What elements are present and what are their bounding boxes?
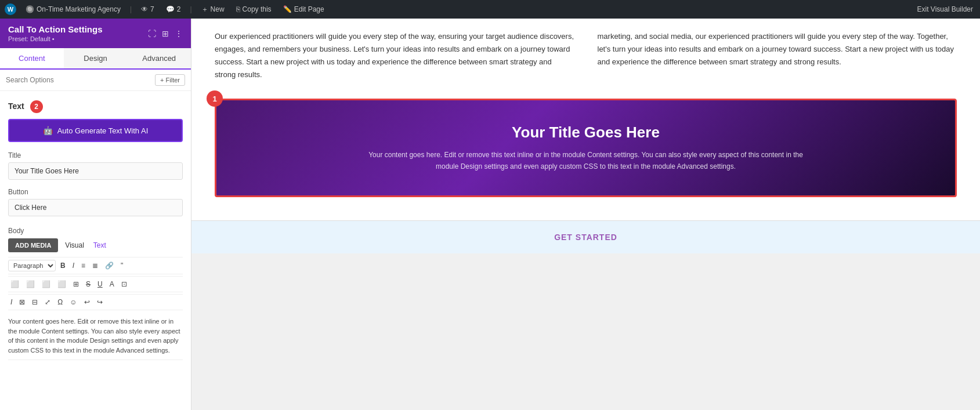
paragraph-select[interactable]: Paragraph	[8, 260, 56, 271]
tab-advanced[interactable]: Advanced	[127, 48, 191, 68]
undo-btn[interactable]: ↩	[82, 297, 92, 307]
strikethrough-btn[interactable]: S	[84, 279, 93, 289]
editor-toolbar-2: ⬜ ⬜ ⬜ ⬜ ⊞ S U A ⊡	[8, 276, 183, 292]
agency-link[interactable]: 🔘 On-Time Marketing Agency	[23, 5, 123, 13]
underline-btn[interactable]: U	[95, 279, 105, 289]
special-char-btn[interactable]: Ω	[55, 297, 65, 307]
title-input[interactable]	[8, 162, 183, 180]
indent-btn[interactable]: ⊡	[119, 279, 129, 289]
sidebar-content: Text 2 🤖 Auto Generate Text With AI Titl…	[0, 91, 191, 410]
table-btn[interactable]: ⊞	[71, 279, 81, 289]
text-tab[interactable]: Text	[91, 238, 109, 252]
font-color-btn[interactable]: A	[107, 279, 117, 289]
editor-toolbar-3: I ⊠ ⊟ ⤢ Ω ☺ ↩ ↪	[8, 294, 183, 310]
search-input[interactable]	[6, 76, 151, 84]
align-center-btn[interactable]: ⬜	[24, 279, 37, 289]
sidebar: Call To Action Settings Preset: Default …	[0, 19, 191, 410]
visual-tab[interactable]: Visual	[63, 238, 86, 252]
cta-module: Your Title Goes Here Your content goes h…	[216, 100, 955, 195]
more-icon[interactable]: ⋮	[175, 29, 183, 38]
tab-design[interactable]: Design	[64, 48, 128, 68]
body-label: Body	[8, 227, 183, 235]
comments-item[interactable]: 💬 2	[164, 5, 183, 13]
sidebar-preset: Preset: Default •	[8, 35, 103, 42]
page-content: Our experienced practitioners will guide…	[191, 19, 980, 220]
quote-btn[interactable]: "	[118, 260, 125, 271]
outdent-btn[interactable]: ⊠	[17, 297, 27, 307]
button-label: Button	[8, 188, 183, 196]
get-started-preview: GET STARTED	[191, 220, 980, 253]
align-right-btn[interactable]: ⬜	[39, 279, 53, 289]
cta-title: Your Title Goes Here	[512, 124, 660, 141]
emoji-btn[interactable]: ☺	[67, 297, 79, 307]
separator-1: |	[130, 5, 132, 13]
link-btn[interactable]: 🔗	[103, 260, 116, 271]
content-area: Our experienced practitioners will guide…	[191, 19, 980, 410]
button-input[interactable]	[8, 199, 183, 216]
sidebar-search-bar: + Filter	[0, 70, 191, 91]
new-item[interactable]: ＋ New	[199, 5, 227, 14]
italic-btn[interactable]: I	[70, 260, 77, 271]
filter-button[interactable]: + Filter	[155, 74, 185, 86]
resize-btn[interactable]: ⤢	[42, 297, 53, 307]
cta-border: Your Title Goes Here Your content goes h…	[215, 99, 957, 197]
top-bar: W 🔘 On-Time Marketing Agency | 👁 7 💬 2 |…	[0, 0, 980, 19]
col2-text: marketing, and social media, our experie…	[598, 30, 957, 81]
ol-btn[interactable]: ≣	[90, 260, 100, 271]
wordpress-icon[interactable]: W	[5, 3, 16, 15]
add-media-button[interactable]: ADD MEDIA	[8, 238, 58, 252]
sidebar-tabs: Content Design Advanced	[0, 48, 191, 70]
align-justify-btn[interactable]: ⬜	[55, 279, 68, 289]
sidebar-title: Call To Action Settings	[8, 24, 103, 34]
edit-item[interactable]: ✏️ Edit Page	[281, 5, 327, 13]
sidebar-header-icons: ⛶ ⊞ ⋮	[148, 29, 183, 38]
editor-btns: ADD MEDIA Visual Text	[8, 238, 183, 252]
copy-item[interactable]: ⎘ Copy this	[234, 5, 274, 13]
redo-btn[interactable]: ↪	[95, 297, 105, 307]
tab-content[interactable]: Content	[0, 48, 64, 70]
two-col-text: Our experienced practitioners will guide…	[215, 30, 957, 81]
main-layout: Call To Action Settings Preset: Default …	[0, 19, 980, 410]
fullscreen-icon[interactable]: ⛶	[148, 29, 156, 38]
more-btn[interactable]: ⊟	[30, 297, 40, 307]
sidebar-header-info: Call To Action Settings Preset: Default …	[8, 24, 103, 42]
views-item[interactable]: 👁 7	[139, 5, 157, 13]
ai-icon: 🤖	[43, 126, 53, 135]
text-section-title: Text 2	[8, 100, 183, 113]
align-left-btn[interactable]: ⬜	[8, 279, 21, 289]
editor-toolbar-1: Paragraph B I ≡ ≣ 🔗 "	[8, 257, 183, 274]
sidebar-header: Call To Action Settings Preset: Default …	[0, 19, 191, 48]
cta-wrapper[interactable]: 1 Your Title Goes Here Your content goes…	[215, 99, 957, 197]
get-started-label: GET STARTED	[215, 233, 957, 242]
col1-text: Our experienced practitioners will guide…	[215, 30, 574, 81]
columns-icon[interactable]: ⊞	[162, 29, 169, 38]
ul-btn[interactable]: ≡	[79, 260, 88, 271]
body-text-content[interactable]: Your content goes here. Edit or remove t…	[8, 312, 183, 360]
body-section: Body ADD MEDIA Visual Text Paragraph B I…	[8, 227, 183, 360]
italic2-btn[interactable]: I	[8, 297, 15, 307]
exit-builder[interactable]: Exit Visual Builder	[915, 5, 976, 13]
bold-btn[interactable]: B	[58, 260, 68, 271]
ai-generate-button[interactable]: 🤖 Auto Generate Text With AI	[8, 119, 183, 142]
cta-body-text: Your content goes here. Edit or remove t…	[366, 150, 807, 172]
separator-2: |	[190, 5, 191, 13]
text-badge: 2	[30, 100, 43, 113]
title-label: Title	[8, 151, 183, 159]
